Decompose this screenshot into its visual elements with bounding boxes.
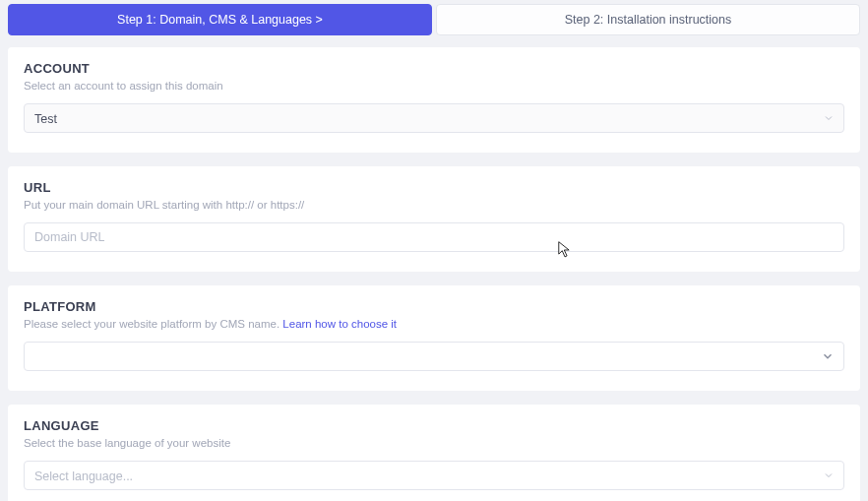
tab-step2[interactable]: Step 2: Installation instructions	[436, 4, 860, 35]
tab-step1-label: Step 1: Domain, CMS & Languages >	[117, 13, 323, 27]
url-desc: Put your main domain URL starting with h…	[24, 199, 844, 211]
account-desc: Select an account to assign this domain	[24, 80, 844, 92]
tab-step2-label: Step 2: Installation instructions	[565, 13, 732, 27]
language-select[interactable]: Select language...	[24, 461, 844, 490]
section-url: URL Put your main domain URL starting wi…	[8, 166, 860, 272]
platform-learn-link[interactable]: Learn how to choose it	[282, 318, 397, 330]
stepper-tabs: Step 1: Domain, CMS & Languages > Step 2…	[0, 0, 868, 35]
section-platform: PLATFORM Please select your website plat…	[8, 285, 860, 391]
account-title: ACCOUNT	[24, 61, 844, 76]
url-title: URL	[24, 180, 844, 195]
platform-desc-text: Please select your website platform by C…	[24, 318, 282, 330]
section-language: LANGUAGE Select the base language of you…	[8, 405, 860, 501]
language-title: LANGUAGE	[24, 418, 844, 433]
platform-title: PLATFORM	[24, 299, 844, 314]
platform-desc: Please select your website platform by C…	[24, 318, 844, 330]
account-select[interactable]: Test	[24, 103, 844, 133]
platform-select[interactable]	[24, 342, 844, 371]
section-account: ACCOUNT Select an account to assign this…	[8, 47, 860, 153]
tab-step1[interactable]: Step 1: Domain, CMS & Languages >	[8, 4, 432, 35]
language-select-placeholder: Select language...	[34, 470, 133, 483]
account-select-value: Test	[34, 112, 57, 126]
language-desc: Select the base language of your website	[24, 437, 844, 449]
url-input[interactable]	[24, 222, 844, 252]
